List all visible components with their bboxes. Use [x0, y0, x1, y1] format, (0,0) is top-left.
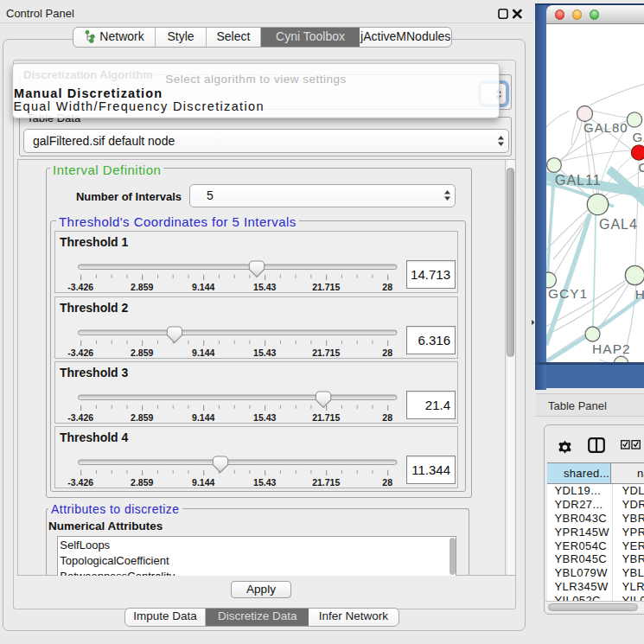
svg-text:GAL80: GAL80 — [583, 120, 628, 135]
svg-text:GAL4: GAL4 — [599, 217, 638, 232]
svg-text:GAL11: GAL11 — [555, 173, 602, 188]
svg-text:HI: HI — [634, 286, 644, 301]
svg-text:HAP2: HAP2 — [592, 341, 631, 355]
svg-text:GCY1: GCY1 — [548, 286, 588, 301]
svg-text:C: C — [638, 160, 644, 175]
svg-text:GA: GA — [632, 129, 644, 143]
